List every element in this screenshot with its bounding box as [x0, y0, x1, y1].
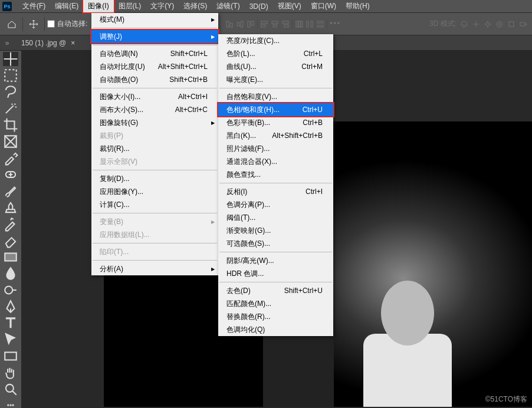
image-menu-item-4[interactable]: 自动色调(N)Shift+Ctrl+L: [91, 47, 218, 60]
svg-point-32: [6, 384, 14, 392]
menu-view[interactable]: 视图(V): [273, 0, 306, 12]
menu-help[interactable]: 帮助(H): [341, 0, 375, 12]
image-menu-item-8[interactable]: 图像大小(I)...Alt+Ctrl+I: [91, 90, 218, 103]
image-menu-item-17[interactable]: 计算(C)...: [91, 198, 218, 211]
tool-path-selection[interactable]: [3, 333, 18, 347]
adjust-menu-item-22[interactable]: 去色(D)Shift+Ctrl+U: [218, 284, 333, 297]
adjust-menu-item-5[interactable]: 自然饱和度(V)...: [218, 90, 333, 103]
adjust-menu-item-7[interactable]: 色彩平衡(B)...Ctrl+B: [218, 116, 333, 129]
svg-rect-11: [284, 25, 288, 27]
tool-zoom[interactable]: [3, 382, 18, 396]
close-tab-icon[interactable]: ×: [71, 39, 75, 47]
menu-item-label: 自动对比度(U): [100, 62, 145, 72]
menu-item-label: 颜色查找...: [226, 170, 261, 180]
home-icon[interactable]: [4, 16, 20, 32]
menu-item-label: 陷印(T)...: [100, 247, 129, 257]
image-menu-item-10[interactable]: 图像旋转(G): [91, 116, 218, 129]
adjust-menu-item-24[interactable]: 替换颜色(R)...: [218, 310, 333, 323]
tool-rectangle[interactable]: [3, 349, 18, 363]
tool-type[interactable]: [3, 316, 18, 330]
adjust-menu-item-13[interactable]: 反相(I)Ctrl+I: [218, 185, 333, 198]
tool-move[interactable]: [3, 52, 18, 66]
adjust-menu-item-17[interactable]: 可选颜色(S)...: [218, 237, 333, 250]
adjust-menu-item-9[interactable]: 照片滤镜(F)...: [218, 142, 333, 155]
image-menu-item-2[interactable]: 调整(J): [91, 30, 218, 43]
tool-eyedropper[interactable]: [3, 151, 18, 165]
auto-select-label: 自动选择:: [57, 19, 87, 29]
image-menu-item-15[interactable]: 复制(D)...: [91, 172, 218, 185]
tool-brush[interactable]: [3, 184, 18, 198]
menu-item-label: 可选颜色(S)...: [226, 239, 270, 249]
image-menu-item-6[interactable]: 自动颜色(O)Shift+Ctrl+B: [91, 73, 218, 86]
options-bar: 自动选择: ••• 3D 模式:: [0, 13, 532, 35]
tool-dodge[interactable]: [3, 283, 18, 297]
tool-blur[interactable]: [3, 266, 18, 281]
ps-logo-icon: Ps: [2, 2, 12, 11]
image-menu-item-19: 变量(B): [91, 215, 218, 228]
tab-pin-icon[interactable]: »: [0, 35, 14, 50]
menu-layer[interactable]: 图层(L): [114, 0, 146, 12]
adjust-menu-item-3[interactable]: 曝光度(E)...: [218, 73, 333, 86]
menu-window[interactable]: 窗口(W): [306, 0, 341, 12]
image-menu-item-16[interactable]: 应用图像(Y)...: [91, 185, 218, 198]
menu-3d[interactable]: 3D(D): [245, 1, 273, 12]
menu-item-label: 裁切(R)...: [100, 144, 130, 154]
menu-item-label: 图像旋转(G): [100, 118, 138, 128]
image-menu-item-9[interactable]: 画布大小(S)...Alt+Ctrl+C: [91, 103, 218, 116]
svg-rect-3: [241, 21, 243, 27]
tool-gradient[interactable]: [3, 250, 18, 264]
menu-item-label: 显示全部(V): [100, 157, 137, 167]
adjust-menu-item-2[interactable]: 曲线(U)...Ctrl+M: [218, 60, 333, 73]
menu-item-label: 变量(B): [100, 217, 123, 227]
image-menu-item-12[interactable]: 裁切(R)...: [91, 142, 218, 155]
adjust-menu-item-14[interactable]: 色调分离(P)...: [218, 198, 333, 211]
adjust-menu-item-23[interactable]: 匹配颜色(M)...: [218, 297, 333, 310]
tool-lasso[interactable]: [3, 85, 18, 99]
tool-crop[interactable]: [3, 118, 18, 132]
image-menu-item-24[interactable]: 分析(A): [91, 262, 218, 275]
adjust-menu-item-8[interactable]: 黑白(K)...Alt+Shift+Ctrl+B: [218, 129, 333, 142]
tool-magic-wand[interactable]: [3, 101, 18, 116]
svg-rect-7: [261, 25, 265, 27]
adjust-menu-item-19[interactable]: 阴影/高光(W)...: [218, 254, 333, 267]
tool-clone-stamp[interactable]: [3, 200, 18, 215]
svg-rect-1: [230, 23, 232, 27]
menu-item-label: 通道混合器(X)...: [226, 157, 277, 167]
adjust-menu-item-25[interactable]: 色调均化(Q): [218, 323, 333, 336]
adjust-menu-item-11[interactable]: 颜色查找...: [218, 168, 333, 181]
tool-frame[interactable]: [3, 134, 18, 149]
watermark: ©51CTO博客: [485, 394, 527, 404]
svg-rect-29: [5, 254, 17, 261]
svg-rect-15: [307, 21, 308, 27]
auto-select-checkbox[interactable]: 自动选择:: [47, 19, 87, 29]
adjust-menu-item-15[interactable]: 阈值(T)...: [218, 211, 333, 224]
menu-filter[interactable]: 滤镜(T): [212, 0, 244, 12]
tool-history-brush[interactable]: [3, 217, 18, 231]
image-menu-item-0[interactable]: 模式(M): [91, 13, 218, 26]
tool-marquee[interactable]: [3, 68, 18, 83]
adjust-menu-item-20[interactable]: HDR 色调...: [218, 267, 333, 280]
menu-file[interactable]: 文件(F): [18, 0, 50, 12]
document-tab[interactable]: 150 (1) .jpg @ ×: [14, 35, 82, 50]
tool-pen[interactable]: [3, 300, 18, 314]
tool-eraser[interactable]: [3, 233, 18, 248]
menu-item-label: HDR 色调...: [226, 269, 264, 279]
adjust-menu-item-6[interactable]: 色相/饱和度(H)...Ctrl+U: [218, 103, 333, 116]
menu-item-label: 渐变映射(G)...: [226, 226, 271, 236]
menu-select[interactable]: 选择(S): [179, 0, 212, 12]
adjust-menu-item-16[interactable]: 渐变映射(G)...: [218, 224, 333, 237]
move-tool-icon[interactable]: [25, 16, 42, 32]
tool-hand[interactable]: [3, 366, 18, 380]
menu-edit[interactable]: 编辑(E): [50, 0, 83, 12]
menu-image[interactable]: 图像(I): [83, 0, 113, 12]
menu-item-label: 应用图像(Y)...: [100, 187, 143, 197]
image-menu-item-5[interactable]: 自动对比度(U)Alt+Shift+Ctrl+L: [91, 60, 218, 73]
tool-healing[interactable]: [3, 167, 18, 182]
adjust-menu-item-0[interactable]: 亮度/对比度(C)...: [218, 34, 333, 47]
tool-more[interactable]: •••: [3, 399, 18, 408]
svg-rect-12: [296, 21, 298, 27]
svg-rect-0: [226, 21, 229, 27]
adjust-menu-item-10[interactable]: 通道混合器(X)...: [218, 155, 333, 168]
menu-type[interactable]: 文字(Y): [146, 0, 179, 12]
adjust-menu-item-1[interactable]: 色阶(L)...Ctrl+L: [218, 47, 333, 60]
